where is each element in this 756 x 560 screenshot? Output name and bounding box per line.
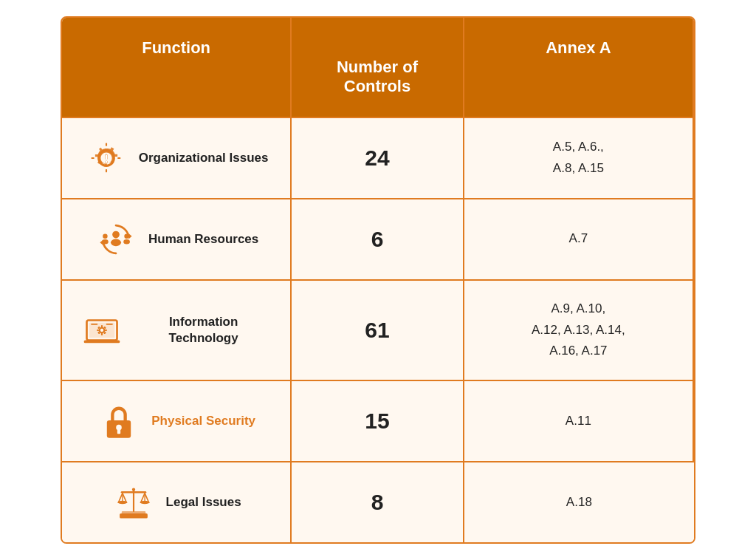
header-annex: Annex A [464,18,694,117]
svg-rect-14 [84,340,120,343]
annex-cell-organizational: A.5, A.6., A.8, A.15 [464,117,694,198]
svg-point-9 [102,239,109,244]
function-cell-legal-issues: Legal Issues [62,461,292,542]
function-cell-human-resources: Human Resources [62,198,292,279]
number-cell-human-resources: 6 [292,198,464,279]
number-cell-legal-issues: 8 [292,461,464,542]
svg-rect-20 [105,329,107,331]
function-label-physical-security: Physical Security [151,413,255,429]
function-label-information-technology: Information Technology [134,314,272,346]
svg-rect-17 [101,325,103,327]
svg-point-3 [105,160,107,163]
svg-rect-29 [117,429,120,434]
table-grid: Function Number ofControls Annex A [62,18,694,543]
lock-icon [97,399,141,443]
function-cell-physical-security: Physical Security [62,380,292,461]
svg-point-4 [112,231,120,238]
svg-point-8 [103,233,107,238]
annex-cell-information-technology: A.9, A.10, A.12, A.13, A.14, A.16, A.17 [464,279,694,380]
number-cell-information-technology: 61 [292,279,464,380]
svg-point-10 [124,233,128,238]
svg-point-5 [111,239,121,246]
scales-book-icon [111,480,156,525]
svg-point-38 [131,488,134,491]
annex-cell-physical-security: A.11 [464,380,694,461]
number-cell-physical-security: 15 [292,380,464,461]
annex-cell-legal-issues: A.18 [464,461,694,542]
svg-point-16 [100,329,103,332]
svg-rect-2 [105,154,107,160]
number-cell-organizational: 24 [292,117,464,198]
function-cell-organizational: Organizational Issues [62,117,292,198]
svg-marker-6 [128,233,131,239]
svg-rect-19 [97,329,99,331]
svg-point-11 [123,239,130,244]
function-label-legal-issues: Legal Issues [166,494,241,511]
annex-cell-human-resources: A.7 [464,198,694,279]
svg-rect-33 [120,491,146,494]
function-cell-information-technology: Information Technology [62,279,292,380]
function-label-organizational: Organizational Issues [139,150,269,166]
header-controls: Number ofControls [292,18,464,117]
function-label-human-resources: Human Resources [148,231,258,247]
gear-alert-icon [84,136,128,180]
people-cycle-icon [94,217,138,262]
svg-rect-18 [101,333,103,335]
header-function: Function [62,18,292,117]
laptop-gear-icon [80,308,124,352]
main-table: Function Number ofControls Annex A [61,16,695,544]
